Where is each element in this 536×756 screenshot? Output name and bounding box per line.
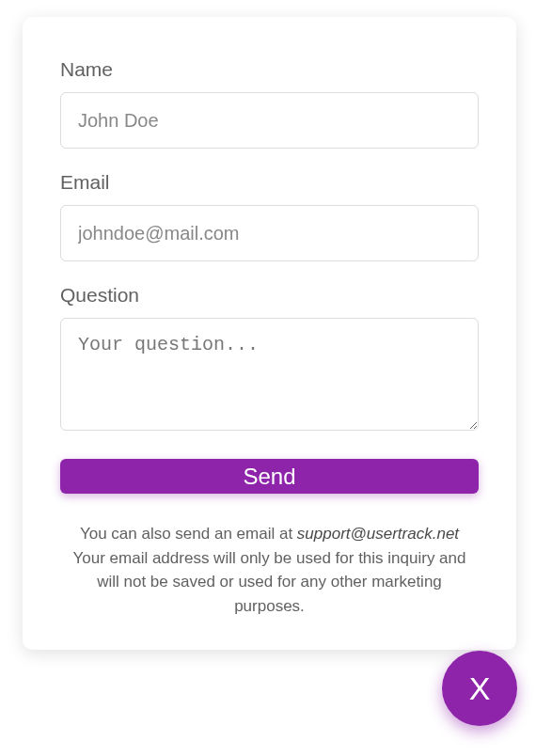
- name-label: Name: [60, 58, 479, 81]
- footer-note: You can also send an email at support@us…: [60, 522, 479, 618]
- email-field-group: Email: [60, 171, 479, 261]
- contact-form-card: Name Email Question Send You can also se…: [23, 17, 516, 650]
- email-input[interactable]: [60, 205, 479, 261]
- question-label: Question: [60, 284, 479, 307]
- footer-line1-prefix: You can also send an email at: [80, 525, 297, 543]
- close-icon: X: [469, 670, 491, 707]
- close-fab-button[interactable]: X: [442, 651, 517, 726]
- footer-line2: Your email address will only be used for…: [73, 549, 466, 615]
- name-input[interactable]: [60, 92, 479, 149]
- name-field-group: Name: [60, 58, 479, 149]
- question-field-group: Question: [60, 284, 479, 434]
- email-label: Email: [60, 171, 479, 194]
- question-textarea[interactable]: [60, 318, 479, 431]
- send-button[interactable]: Send: [60, 459, 479, 494]
- support-email: support@usertrack.net: [297, 525, 459, 543]
